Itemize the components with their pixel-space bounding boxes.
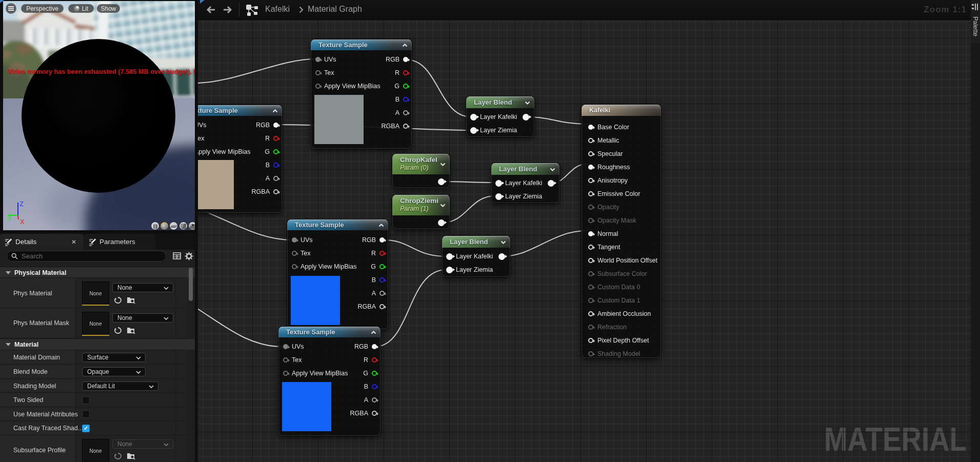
svg-text:Y: Y — [7, 216, 11, 223]
svg-text:Z: Z — [19, 200, 24, 208]
svg-text:X: X — [20, 218, 25, 225]
